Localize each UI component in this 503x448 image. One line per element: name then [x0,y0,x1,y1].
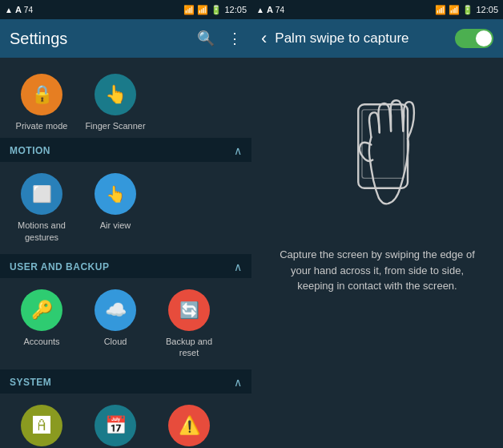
backup-reset-label: Backup and reset [157,336,221,359]
motion-items-grid: ⬜ Motions and gestures 👆 Air view [0,162,252,254]
back-button[interactable]: ‹ [261,28,267,49]
settings-item-language[interactable]: 🅰 Language and input [6,398,77,448]
settings-item-safety[interactable]: ⚠️ Safety assistance [154,398,224,448]
signal-icon: 📶 [197,5,208,15]
air-view-icon: 👆 [95,173,136,215]
r-triangle-icon: ▲ [256,6,264,14]
system-chevron-icon[interactable]: ∧ [234,376,242,389]
toggle-knob [476,30,492,46]
right-app-bar: ‹ Palm swipe to capture [252,19,503,58]
private-mode-icon: 🔒 [21,74,62,115]
palm-swipe-toggle[interactable] [455,29,493,48]
settings-item-private-mode[interactable]: 🔒 Private mode [6,67,77,138]
left-status-bar: ▲ A 74 📶 📶 🔋 12:05 [0,0,252,19]
user-backup-section-title: USER AND BACKUP [10,261,109,272]
user-backup-chevron-icon[interactable]: ∧ [234,260,242,273]
triangle-icon: ▲ [5,6,13,14]
r-a-icon: A [267,5,273,14]
left-status-icons: ▲ A 74 [5,5,33,14]
right-time: 12:05 [476,5,498,14]
motion-chevron-icon[interactable]: ∧ [234,144,242,157]
left-app-bar: Settings 🔍 ⋮ [0,19,252,58]
search-icon[interactable]: 🔍 [197,30,215,47]
right-status-icons: ▲ A 74 [256,5,284,14]
accounts-icon: 🔑 [21,289,62,331]
wifi-icon: 📶 [183,5,195,15]
accounts-label: Accounts [23,336,59,347]
battery-num-icon: 74 [24,6,33,14]
air-view-label: Air view [100,220,131,231]
right-status-bar: ▲ A 74 📶 📶 🔋 12:05 [252,0,503,19]
settings-item-finger-scanner[interactable]: 👆 Finger Scanner [80,67,151,138]
palm-swipe-description: Capture the screen by swiping the edge o… [268,247,487,294]
private-mode-label: Private mode [16,120,68,131]
left-status-right: 📶 📶 🔋 12:05 [183,5,247,15]
system-items-grid: 🅰 Language and input 📅 Date and time ⚠️ … [0,394,252,448]
left-panel: ▲ A 74 📶 📶 🔋 12:05 Settings 🔍 ⋮ 🔒 Privat… [0,0,252,448]
settings-item-accounts[interactable]: 🔑 Accounts [6,283,77,365]
hand-illustration-svg [313,78,441,230]
battery-icon: 🔋 [211,5,222,15]
cloud-icon: ☁️ [95,289,136,331]
finger-scanner-icon: 👆 [95,74,136,115]
more-options-icon[interactable]: ⋮ [227,30,242,47]
system-section-header: SYSTEM ∧ [0,369,252,394]
motion-section-header: MOTION ∧ [0,138,252,162]
a-icon: A [15,5,22,14]
settings-item-date-time[interactable]: 📅 Date and time [80,398,151,448]
settings-item-air-view[interactable]: 👆 Air view [80,167,151,249]
date-time-icon: 📅 [95,405,136,446]
safety-icon: ⚠️ [168,405,210,446]
finger-scanner-label: Finger Scanner [85,120,145,131]
backup-reset-icon: 🔄 [168,289,210,331]
motions-label: Motions and gestures [10,220,74,243]
top-items-grid: 🔒 Private mode 👆 Finger Scanner [0,58,252,138]
left-time: 12:05 [224,5,247,14]
settings-item-backup-reset[interactable]: 🔄 Backup and reset [154,283,224,365]
right-content: Capture the screen by swiping the edge o… [252,58,503,448]
user-backup-section-header: USER AND BACKUP ∧ [0,254,252,278]
motion-section-title: MOTION [10,145,50,156]
motions-icon: ⬜ [21,173,62,215]
user-backup-items-grid: 🔑 Accounts ☁️ Cloud 🔄 Backup and reset [0,278,252,370]
right-panel: ▲ A 74 📶 📶 🔋 12:05 ‹ Palm swipe to captu… [252,0,503,448]
r-battery-num-icon: 74 [276,6,284,14]
system-section-title: SYSTEM [10,377,51,388]
settings-content: 🔒 Private mode 👆 Finger Scanner MOTION ∧… [0,58,252,448]
r-battery-icon: 🔋 [462,5,473,15]
language-icon: 🅰 [21,405,62,446]
r-wifi-icon: 📶 [435,5,446,15]
app-bar-actions: 🔍 ⋮ [197,30,242,47]
cloud-label: Cloud [104,336,127,347]
r-signal-icon: 📶 [449,5,460,15]
settings-item-motions[interactable]: ⬜ Motions and gestures [6,167,77,249]
settings-item-cloud[interactable]: ☁️ Cloud [80,283,151,365]
svg-rect-0 [358,104,408,188]
palm-swipe-illustration [305,74,449,234]
settings-title: Settings [10,30,67,48]
palm-swipe-title: Palm swipe to capture [275,30,447,46]
right-status-right: 📶 📶 🔋 12:05 [435,5,498,15]
